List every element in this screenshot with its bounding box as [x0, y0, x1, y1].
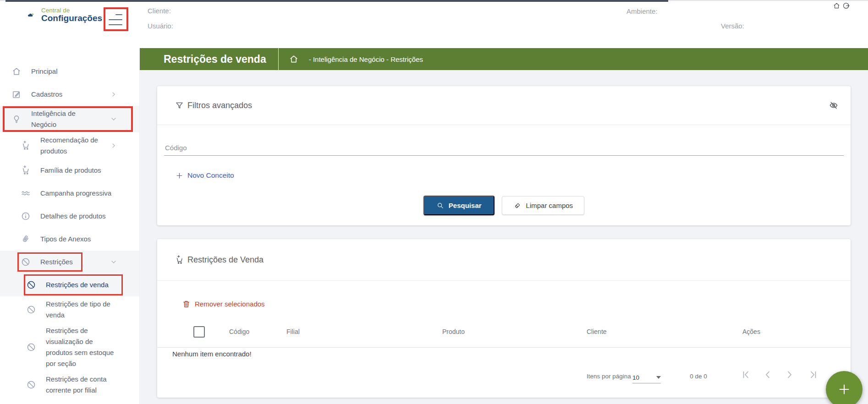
page-range-label: 0 de 0	[682, 373, 715, 380]
logo-line2: Configurações	[41, 14, 102, 23]
clear-fields-button[interactable]: Limpar campos	[502, 196, 585, 215]
sidebar-item-label: Cadastros	[31, 89, 91, 100]
list-card-header: Restrições de Venda	[157, 239, 851, 280]
remove-selected-label: Remover selecionados	[195, 300, 265, 308]
ambiente-label: Ambiente:	[626, 7, 658, 15]
sidebar-item-label: Recomendação de produtos	[40, 135, 118, 157]
sidebar-item-principal[interactable]: Principal	[0, 60, 139, 83]
sidebar-item-restricoes-de-tipo-de-venda[interactable]: Restrições de tipo de venda	[0, 296, 139, 323]
topbar: Central de Configurações Cliente: Usuári…	[0, 0, 868, 48]
cart-plus-icon	[20, 141, 31, 151]
next-page-icon[interactable]	[784, 369, 795, 380]
remove-selected-button[interactable]: Remover selecionados	[182, 300, 265, 308]
sidebar-item-tipos-de-anexos[interactable]: Tipos de Anexos	[0, 228, 139, 251]
new-concept-link[interactable]: Novo Conceito	[176, 169, 234, 181]
list-title: Restrições de Venda	[187, 255, 264, 265]
sidebar-item-label: Principal	[31, 66, 91, 77]
column-header-codigo: Código	[229, 328, 249, 335]
sidebar-item-recomendacao-de-produtos[interactable]: Recomendação de produtos	[0, 132, 139, 159]
cart-plus-icon	[20, 165, 31, 175]
no-entry-icon	[26, 342, 37, 352]
chevron-right-icon	[108, 91, 119, 98]
home-icon	[11, 66, 22, 76]
trash-icon	[182, 300, 191, 308]
column-header-filial: Filial	[286, 328, 300, 335]
versao-label: Versão:	[721, 22, 744, 30]
sidebar-item-label: Tipos de Anexos	[40, 234, 118, 245]
no-entry-icon	[26, 380, 37, 390]
add-button[interactable]	[826, 371, 863, 404]
sidebar-item-label: Inteligência de Negócio	[31, 108, 91, 130]
sidebar-item-restricoes-de-visualizacao[interactable]: Restrições de visualização de produtos s…	[0, 323, 139, 371]
sidebar-item-campanha-progressiva[interactable]: Campanha progressiva	[0, 182, 139, 205]
sidebar-item-restricoes-de-conta-corrente[interactable]: Restrições de conta corrente por filial	[0, 371, 139, 398]
no-entry-icon	[20, 257, 31, 267]
no-entry-icon	[26, 280, 37, 290]
codigo-input[interactable]	[164, 140, 844, 156]
sidebar: PrincipalCadastrosInteligência de Negóci…	[0, 48, 140, 404]
plus-icon	[837, 382, 851, 396]
sidebar-item-familia-de-produtos[interactable]: Família de produtos	[0, 159, 139, 182]
chevron-down-icon	[108, 258, 119, 266]
logo-line1: Central de	[41, 7, 102, 14]
breadcrumb-home-icon[interactable]	[289, 54, 299, 64]
select-all-checkbox[interactable]	[193, 326, 205, 338]
top-accent-line	[5, 0, 668, 2]
cloud-gear-logo-icon	[27, 10, 37, 20]
column-header-cliente: Cliente	[587, 328, 607, 335]
table-divider	[157, 347, 851, 348]
sidebar-item-label: Restrições	[40, 257, 118, 268]
page-title: Restrições de venda	[164, 53, 266, 66]
search-button-label: Pesquisar	[449, 202, 482, 209]
filters-card: Filtros avançados Novo Conceito Pesquisa…	[157, 86, 851, 225]
card-divider	[157, 280, 851, 281]
empty-message: Nenhum item encontrado!	[172, 350, 252, 358]
cart-plus-icon	[175, 255, 184, 265]
chevron-down-icon	[108, 115, 119, 123]
pagination: Itens por página 10 0 de 0	[157, 366, 851, 394]
header-divider	[278, 48, 279, 70]
sidebar-item-restricoes[interactable]: Restrições	[0, 251, 139, 273]
breadcrumb: - Inteligência de Negócio - Restrições	[309, 55, 423, 63]
sidebar-item-inteligencia-de-negocio[interactable]: Inteligência de Negócio	[0, 106, 139, 132]
table-header-row: Código Filial Produto Cliente Ações	[157, 321, 851, 347]
sidebar-item-label: Campanha progressiva	[40, 188, 118, 199]
bulb-icon	[11, 114, 22, 124]
hamburger-menu-button[interactable]	[109, 14, 122, 25]
sidebar-item-cadastros[interactable]: Cadastros	[0, 83, 139, 106]
filters-title: Filtros avançados	[187, 101, 252, 110]
column-header-produto: Produto	[442, 328, 465, 335]
logout-icon[interactable]	[842, 2, 850, 10]
first-page-icon[interactable]	[740, 369, 751, 380]
sidebar-item-restricoes-de-cortado[interactable]: Restrições de	[0, 398, 139, 404]
items-per-page-label: Itens por página	[587, 373, 631, 380]
restrictions-list-card: Restrições de Venda Remover selecionados…	[157, 239, 851, 398]
paperclip-icon	[20, 234, 31, 244]
chevron-right-icon	[108, 142, 119, 149]
sidebar-item-detalhes-de-produtos[interactable]: Detalhes de produtos	[0, 205, 139, 228]
cliente-label: Cliente:	[148, 7, 171, 15]
column-header-acoes: Ações	[742, 328, 760, 335]
sidebar-item-restricoes-de-venda[interactable]: Restrições de venda	[0, 273, 139, 296]
filters-card-header: Filtros avançados	[157, 86, 851, 125]
filter-icon	[175, 101, 184, 110]
prev-page-icon[interactable]	[762, 369, 773, 380]
sidebar-item-label: Família de produtos	[40, 165, 118, 176]
eraser-icon	[513, 202, 522, 210]
app-logo: Central de Configurações	[27, 7, 102, 23]
eye-off-icon[interactable]	[829, 100, 839, 110]
main-content: Filtros avançados Novo Conceito Pesquisa…	[140, 70, 868, 404]
last-page-icon[interactable]	[808, 369, 819, 380]
sidebar-item-label: Restrições de tipo de venda	[46, 299, 115, 321]
plus-icon	[176, 172, 183, 180]
search-button[interactable]: Pesquisar	[423, 196, 494, 215]
items-per-page-select[interactable]: 10	[632, 372, 661, 383]
page-header: Restrições de venda - Inteligência de Ne…	[140, 48, 868, 70]
items-per-page-value: 10	[632, 374, 639, 381]
info-icon	[20, 211, 31, 221]
sidebar-item-label: Detalhes de produtos	[40, 211, 118, 222]
search-icon	[436, 202, 444, 209]
clear-fields-label: Limpar campos	[526, 202, 573, 209]
sidebar-item-label: Restrições de venda	[46, 279, 115, 290]
home-icon[interactable]	[833, 2, 841, 10]
